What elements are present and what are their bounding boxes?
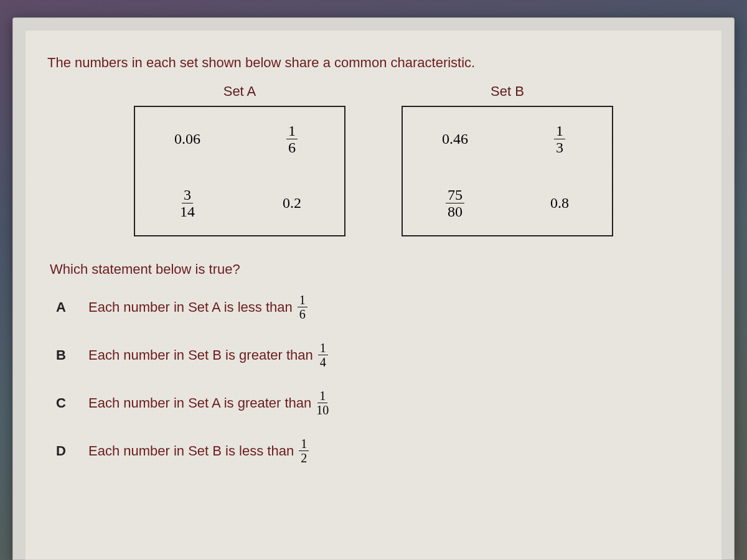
option-letter: D xyxy=(56,443,70,459)
set-b-box: 0.46 1 3 75 80 0.8 xyxy=(402,106,613,236)
set-a-box: 0.06 1 6 3 14 0.2 xyxy=(134,106,345,236)
option-frac: 1 2 xyxy=(299,437,309,464)
set-b-title: Set B xyxy=(402,83,613,100)
set-b-cell-tr: 1 3 xyxy=(554,123,565,155)
set-b-cell-bl: 75 80 xyxy=(446,187,464,219)
set-b-cell-tl: 0.46 xyxy=(442,131,468,147)
option-c[interactable]: C Each number in Set A is greater than 1… xyxy=(56,390,703,416)
option-frac: 1 10 xyxy=(316,390,329,416)
option-text: Each number in Set A is less than 1 6 xyxy=(88,294,308,320)
set-a-column: Set A 0.06 1 6 3 14 0.2 xyxy=(134,83,345,236)
option-b[interactable]: B Each number in Set B is greater than 1… xyxy=(56,342,703,368)
option-text: Each number in Set A is greater than 1 1… xyxy=(88,390,329,416)
option-frac: 1 4 xyxy=(318,342,328,368)
sets-row: Set A 0.06 1 6 3 14 0.2 Set B xyxy=(44,83,703,236)
options-list: A Each number in Set A is less than 1 6 … xyxy=(56,294,703,464)
set-a-cell-bl: 3 14 xyxy=(180,187,195,219)
option-text: Each number in Set B is greater than 1 4 xyxy=(88,342,328,368)
option-letter: B xyxy=(56,347,70,363)
option-d[interactable]: D Each number in Set B is less than 1 2 xyxy=(56,437,703,464)
set-a-cell-br: 0.2 xyxy=(283,195,301,212)
intro-text: The numbers in each set shown below shar… xyxy=(47,55,703,71)
option-frac: 1 6 xyxy=(298,294,308,320)
set-a-title: Set A xyxy=(134,83,345,100)
outer-frame: The numbers in each set shown below shar… xyxy=(12,17,735,560)
option-a[interactable]: A Each number in Set A is less than 1 6 xyxy=(56,294,703,320)
set-a-cell-tr: 1 6 xyxy=(286,123,298,155)
question-text: Which statement below is true? xyxy=(50,261,703,278)
option-letter: C xyxy=(56,395,70,411)
option-text: Each number in Set B is less than 1 2 xyxy=(88,437,309,464)
question-sheet: The numbers in each set shown below shar… xyxy=(25,30,722,560)
set-b-cell-br: 0.8 xyxy=(550,195,569,212)
set-a-cell-tl: 0.06 xyxy=(174,131,200,147)
set-b-column: Set B 0.46 1 3 75 80 0.8 xyxy=(402,83,613,236)
option-letter: A xyxy=(56,299,70,315)
